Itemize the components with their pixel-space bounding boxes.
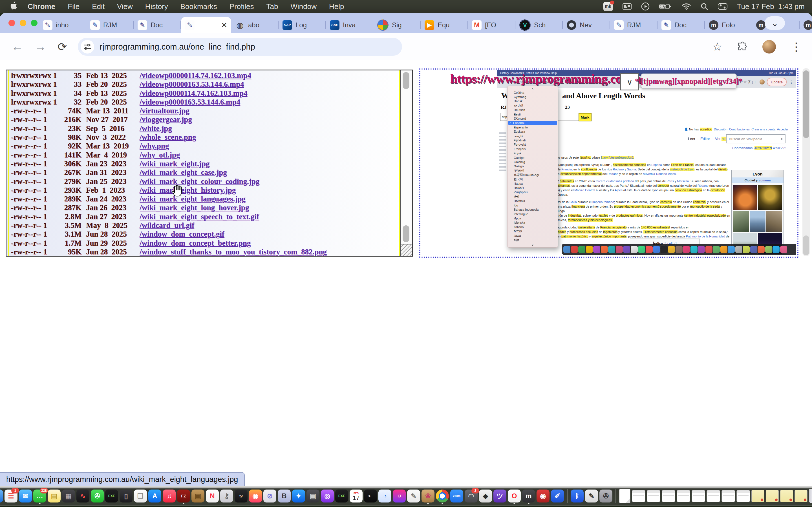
dock-item-chrome[interactable] [436, 490, 449, 503]
dock-item-screenshot[interactable]: ▣ [306, 490, 319, 503]
dock-item-keychain[interactable]: ⚷ [220, 490, 233, 503]
file-link[interactable]: /virtualtour.jpg [140, 107, 190, 115]
page-scroll-thumb[interactable] [803, 70, 809, 138]
dock-item-min-page-3[interactable] [780, 490, 793, 502]
language-option[interactable]: Dansk [507, 99, 558, 103]
chrome-menu-icon[interactable]: ⋮ [791, 40, 802, 53]
dock-item-finder[interactable]: ☺ [0, 490, 3, 503]
dock-item-purple-face[interactable]: ツ [493, 490, 506, 503]
dock-item-opera[interactable]: O [508, 490, 521, 503]
file-link[interactable]: /wiki_mark_eight_languages.jpg [140, 194, 246, 203]
menu-bar-clock[interactable]: Tue 17 Feb 1:43 pm [737, 2, 805, 11]
control-center-icon[interactable] [718, 3, 727, 10]
tab-Nev[interactable]: Nev [563, 17, 610, 33]
dock-item-reminders[interactable]: ☰1 [4, 490, 17, 503]
file-link[interactable]: /wiki_mark_eight_colour_coding.jpg [140, 177, 259, 186]
language-option[interactable]: Gaeilge [507, 156, 558, 160]
file-link[interactable]: /white.jpg [140, 124, 172, 133]
dock-item-min-doc[interactable] [619, 489, 630, 503]
file-link[interactable]: /videowp0000114.74.162.103.mp4 [140, 89, 248, 98]
dock-item-trash[interactable] [809, 489, 812, 503]
extensions-icon[interactable] [737, 41, 748, 52]
tab-Doc[interactable]: ✎Doc [658, 17, 705, 33]
language-option[interactable]: Frysk [507, 151, 558, 155]
dock-item-bluetooth[interactable]: ᛒ [571, 490, 583, 503]
dock-item-app-store[interactable]: A [148, 490, 161, 503]
dock-item-min-window-5[interactable] [692, 490, 705, 502]
resize-grip[interactable] [401, 244, 412, 256]
menu-item-profiles[interactable]: Profiles [230, 2, 254, 11]
dock-item-files-brown[interactable]: ▣ [192, 490, 204, 503]
dock-item-waveform[interactable]: ∿ [77, 490, 89, 503]
menu-item-tab[interactable]: Tab [266, 2, 278, 11]
wiki-tab[interactable]: Editar [700, 136, 710, 141]
file-link[interactable]: /videowp00000114.74.162.103.mp4 [140, 71, 251, 80]
dock-item-terminal-exe[interactable]: EXE [105, 490, 118, 503]
pane-scrollbar[interactable] [400, 70, 412, 256]
file-link[interactable]: /wiki_mark_eight_case.jpg [140, 168, 227, 177]
dock-item-min-window-1[interactable] [632, 490, 645, 502]
language-option[interactable]: 客家語/Hak-kâ-ngî [507, 173, 558, 177]
reload-button[interactable]: ⟳ [57, 40, 67, 53]
dock-item-music[interactable]: ♫ [163, 490, 175, 503]
menu-item-chrome[interactable]: Chrome [28, 2, 55, 11]
language-option[interactable]: Íslenska [507, 221, 558, 225]
file-link[interactable]: /window_dom_concept_better.png [140, 239, 251, 247]
url-text[interactable]: rjmprogramming.com.au/one_line_find.php [100, 42, 255, 52]
dock-item-messages[interactable]: …338 [33, 490, 46, 503]
file-listing-pane[interactable]: lrwxrwxrwx 135Feb 13 2025/videowp0000011… [6, 69, 413, 257]
language-option[interactable]: Euskara [507, 129, 558, 134]
dock-item-iphone-mirroring[interactable]: ▯ [119, 490, 133, 503]
wiki-tab[interactable]: Leer [688, 136, 695, 141]
file-link[interactable]: /window_dom_concept.gif [140, 230, 224, 238]
file-link[interactable]: /vloggergear.jpg [140, 115, 192, 124]
dock-item-launchpad[interactable]: ▦ [62, 490, 75, 503]
dock-item-filezilla[interactable]: FZ [177, 490, 190, 503]
dock-item-podcasts[interactable]: ◎ [321, 490, 334, 503]
dock-item-news[interactable]: N [206, 490, 219, 503]
battery-icon[interactable] [659, 3, 672, 10]
wifi-icon[interactable] [682, 3, 691, 10]
tab-Equ[interactable]: ▶Equ [421, 17, 468, 33]
language-option[interactable]: Fiji Hindi [507, 138, 558, 142]
file-link[interactable]: /wiki_mark_eight.jpg [140, 159, 209, 168]
dock-item-terminal[interactable]: >_ [364, 490, 377, 503]
dock-item-bbedit[interactable]: B [278, 490, 291, 503]
dock-item-textedit[interactable]: ✎ [407, 490, 420, 503]
tab-RJM[interactable]: ✎RJM [86, 17, 134, 33]
language-option[interactable]: Føroyskt [507, 143, 558, 147]
tab-active[interactable]: ✎✕ [181, 17, 231, 33]
language-option[interactable]: Eesti [507, 112, 558, 116]
file-link[interactable]: /wildcard_url.gif [140, 221, 194, 230]
dock-item-apple-tv[interactable]: tv [235, 490, 248, 503]
zoom-window-button[interactable] [31, 20, 38, 26]
language-option[interactable]: Hrvatski [507, 199, 558, 203]
site-settings-icon[interactable] [81, 40, 94, 54]
pane-scroll-thumb-bottom[interactable] [403, 225, 409, 242]
file-link[interactable]: /why_otl.jpg [140, 151, 180, 159]
language-option[interactable]: עברית [507, 229, 558, 233]
language-option[interactable]: ગુજરાતી [507, 168, 558, 173]
menu-item-view[interactable]: View [117, 2, 133, 11]
image-preview-container[interactable]: History Bookmarks Profiles Tab Window He… [419, 68, 799, 258]
file-link[interactable]: /window_stuff_thanks_to_moo_you_tistory_… [140, 247, 327, 256]
menu-item-window[interactable]: Window [290, 2, 316, 11]
dock-item-shortcuts-slash[interactable]: ⊘ [263, 490, 276, 503]
language-option[interactable]: Հայերեն [507, 190, 558, 194]
language-option[interactable]: 한국어 [507, 177, 558, 181]
back-button[interactable]: ← [11, 40, 23, 54]
tab-inho[interactable]: ✎inho [39, 17, 86, 33]
language-option[interactable]: Cymraeg [507, 95, 558, 99]
file-link[interactable]: /wiki_mark_eight_long_hover.jpg [140, 203, 249, 212]
language-option[interactable]: فارسی [507, 134, 558, 138]
dock-item-zoom[interactable]: zoom [450, 490, 463, 503]
tab-Doc[interactable]: ✎Doc [134, 17, 181, 33]
spotlight-search-icon[interactable] [700, 3, 708, 10]
menu-item-bookmarks[interactable]: Bookmarks [181, 2, 217, 11]
tab-Sig[interactable]: Sig [373, 17, 421, 33]
dock-item-mail[interactable]: ✉ [19, 490, 32, 503]
file-link[interactable]: /whole_scene.png [140, 133, 196, 142]
bookmark-star-icon[interactable]: ☆ [712, 40, 722, 53]
dock-item-pen-app[interactable]: ✐ [551, 490, 564, 503]
language-option[interactable]: Ido [507, 203, 558, 207]
